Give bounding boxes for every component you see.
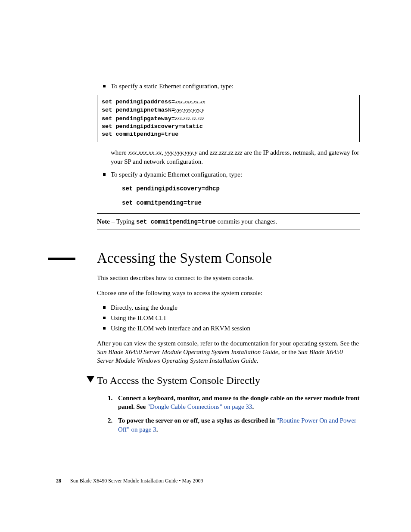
bullet-icon bbox=[103, 317, 106, 319]
code-line: set pendingipgateway= bbox=[102, 115, 175, 122]
bullet-icon bbox=[103, 85, 106, 87]
page-footer: 28 Sun Blade X6450 Server Module Install… bbox=[56, 477, 203, 484]
bullet-icon bbox=[103, 327, 106, 330]
code-var: xxx.xxx.xx.xx bbox=[175, 98, 205, 105]
code-var: yyy.yyy.yyy.y bbox=[175, 106, 204, 113]
code-var: zzz.zzz.zz.zzz bbox=[175, 115, 204, 121]
procedure-title: To Access the System Console Directly bbox=[97, 373, 360, 387]
note-rule-top bbox=[97, 213, 360, 214]
section-marker bbox=[48, 258, 75, 260]
code-line: set pendingipnetmask= bbox=[102, 107, 175, 113]
bullet-static-config: To specify a static Ethernet configurati… bbox=[97, 82, 360, 90]
cmd-dhcp: set pendingipdiscovery=dhcp bbox=[122, 185, 360, 193]
way-item: Using the ILOM web interface and an RKVM… bbox=[97, 324, 360, 333]
step-item: To power the server on or off, use a sty… bbox=[108, 416, 360, 434]
where-paragraph: where xxx.xxx.xx.xx, yyy.yyy.yyy.y and z… bbox=[111, 148, 360, 166]
note-rule-bottom bbox=[97, 230, 360, 230]
way-item: Using the ILOM CLI bbox=[97, 314, 360, 322]
way-text: Directly, using the dongle bbox=[111, 304, 177, 311]
page-number: 28 bbox=[56, 478, 61, 484]
code-line: set pendingipdiscovery=static bbox=[102, 123, 355, 131]
bullet-dynamic-config: To specify a dynamic Ethernet configurat… bbox=[97, 170, 360, 179]
footer-title: Sun Blade X6450 Server Module Installati… bbox=[70, 478, 203, 484]
link-dongle-connections[interactable]: "Dongle Cable Connections" on page 33 bbox=[147, 403, 252, 410]
bullet-icon bbox=[103, 173, 106, 176]
note-line: Note – Typing set commitpending=true com… bbox=[97, 217, 360, 226]
code-line: set commitpending=true bbox=[102, 131, 355, 138]
bullet-text: To specify a static Ethernet configurati… bbox=[111, 83, 234, 90]
intro-paragraph: Choose one of the following ways to acce… bbox=[97, 289, 360, 297]
way-item: Directly, using the dongle bbox=[97, 303, 360, 312]
code-line: set pendingipaddress= bbox=[102, 99, 175, 105]
cmd-commit: set commitpending=true bbox=[122, 199, 360, 207]
way-text: Using the ILOM web interface and an RKVM… bbox=[111, 325, 250, 332]
intro-paragraph: This section describes how to connect to… bbox=[97, 274, 360, 282]
after-paragraph: After you can view the system console, r… bbox=[97, 339, 360, 365]
way-text: Using the ILOM CLI bbox=[111, 314, 166, 321]
code-box-static: set pendingipaddress=xxx.xxx.xx.xx set p… bbox=[97, 95, 360, 142]
step-item: Connect a keyboard, monitor, and mouse t… bbox=[108, 394, 360, 411]
bullet-icon bbox=[103, 306, 106, 309]
section-title: Accessing the System Console bbox=[97, 250, 360, 267]
triangle-down-icon bbox=[87, 376, 94, 383]
bullet-text: To specify a dynamic Ethernet configurat… bbox=[111, 171, 242, 178]
